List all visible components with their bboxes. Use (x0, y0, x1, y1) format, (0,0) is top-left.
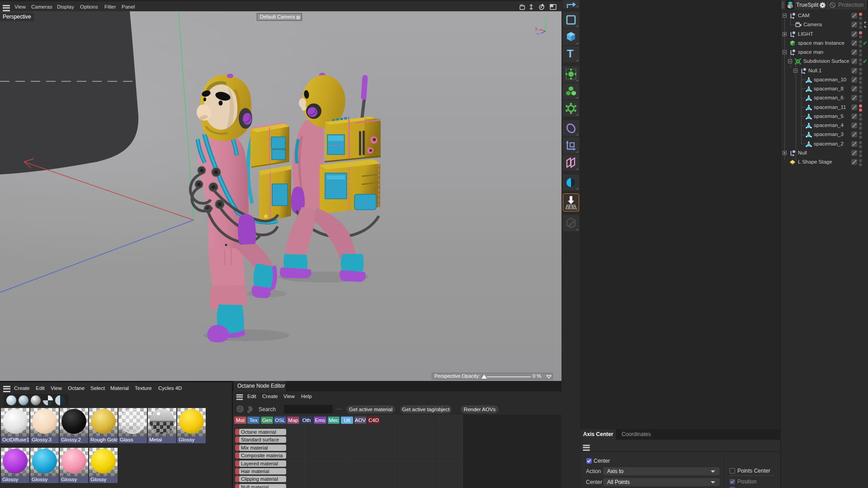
svg-text:Y: Y (544, 17, 547, 22)
svg-text:Z: Z (536, 33, 539, 35)
svg-text:X: X (535, 27, 538, 32)
